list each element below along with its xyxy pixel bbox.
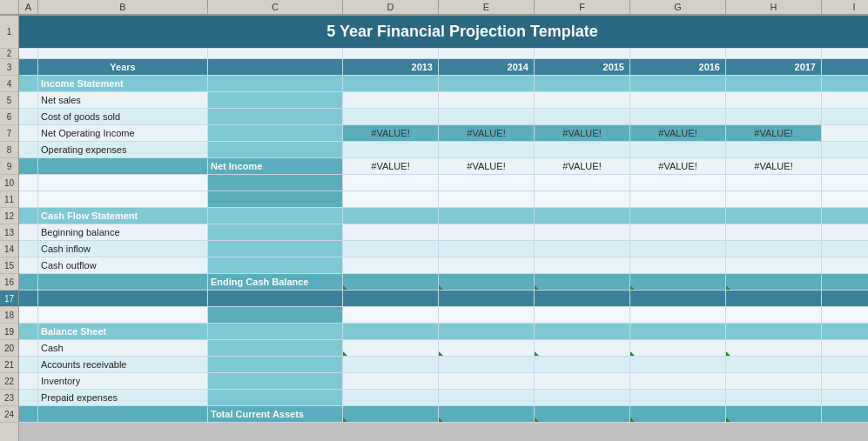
r9-g[interactable]: #VALUE! xyxy=(630,158,726,174)
r10-d[interactable] xyxy=(343,175,439,190)
r24-i[interactable] xyxy=(822,406,868,422)
r13-g[interactable] xyxy=(630,224,726,240)
r7-d[interactable]: #VALUE! xyxy=(343,125,439,141)
r10-f[interactable] xyxy=(535,175,630,190)
r24-d[interactable] xyxy=(343,406,439,422)
r10-h[interactable] xyxy=(726,175,822,190)
r22-i[interactable] xyxy=(822,373,868,389)
r9-f[interactable]: #VALUE! xyxy=(535,158,630,174)
r11-b[interactable] xyxy=(38,191,208,207)
r15-h[interactable] xyxy=(726,257,822,273)
r16-h[interactable] xyxy=(726,274,822,290)
r11-i[interactable] xyxy=(822,191,868,207)
r6-a[interactable] xyxy=(19,109,38,124)
r17-e[interactable] xyxy=(439,291,535,306)
r20-a[interactable] xyxy=(19,340,38,356)
r22-g[interactable] xyxy=(630,373,726,389)
r23-h[interactable] xyxy=(726,390,822,405)
r10-i[interactable] xyxy=(822,175,868,190)
r14-i[interactable] xyxy=(822,241,868,257)
r20-d[interactable] xyxy=(343,340,439,356)
r11-e[interactable] xyxy=(439,191,535,207)
r5-g[interactable] xyxy=(630,92,726,108)
r22-h[interactable] xyxy=(726,373,822,389)
r7-e[interactable]: #VALUE! xyxy=(439,125,535,141)
r17-h[interactable] xyxy=(726,291,822,306)
r15-a[interactable] xyxy=(19,257,38,273)
r7-g[interactable]: #VALUE! xyxy=(630,125,726,141)
r17-g[interactable] xyxy=(630,291,726,306)
r10-g[interactable] xyxy=(630,175,726,190)
r5-a[interactable] xyxy=(19,92,38,108)
r18-f[interactable] xyxy=(535,307,630,323)
r17-d[interactable] xyxy=(343,291,439,306)
r14-f[interactable] xyxy=(535,241,630,257)
r13-d[interactable] xyxy=(343,224,439,240)
r23-g[interactable] xyxy=(630,390,726,405)
r5-i[interactable] xyxy=(822,92,868,108)
r13-e[interactable] xyxy=(439,224,535,240)
r11-g[interactable] xyxy=(630,191,726,207)
r18-b[interactable] xyxy=(38,307,208,323)
r14-d[interactable] xyxy=(343,241,439,257)
r17-a[interactable] xyxy=(19,291,38,306)
r18-e[interactable] xyxy=(439,307,535,323)
r23-d[interactable] xyxy=(343,390,439,405)
r5-f[interactable] xyxy=(535,92,630,108)
r21-a[interactable] xyxy=(19,357,38,372)
r9-e[interactable]: #VALUE! xyxy=(439,158,535,174)
r17-b[interactable] xyxy=(38,291,208,306)
r14-h[interactable] xyxy=(726,241,822,257)
r9-i[interactable] xyxy=(822,158,868,174)
r22-d[interactable] xyxy=(343,373,439,389)
r17-f[interactable] xyxy=(535,291,630,306)
r6-e[interactable] xyxy=(439,109,535,124)
r18-h[interactable] xyxy=(726,307,822,323)
r14-g[interactable] xyxy=(630,241,726,257)
r23-i[interactable] xyxy=(822,390,868,405)
r21-h[interactable] xyxy=(726,357,822,372)
r11-f[interactable] xyxy=(535,191,630,207)
r16-i[interactable] xyxy=(822,274,868,290)
r17-i[interactable] xyxy=(822,291,868,306)
r8-e[interactable] xyxy=(439,142,535,157)
r20-h[interactable] xyxy=(726,340,822,356)
r20-i[interactable] xyxy=(822,340,868,356)
r5-h[interactable] xyxy=(726,92,822,108)
r11-h[interactable] xyxy=(726,191,822,207)
r21-i[interactable] xyxy=(822,357,868,372)
r13-a[interactable] xyxy=(19,224,38,240)
r15-f[interactable] xyxy=(535,257,630,273)
r15-e[interactable] xyxy=(439,257,535,273)
r16-d[interactable] xyxy=(343,274,439,290)
r21-d[interactable] xyxy=(343,357,439,372)
r8-i[interactable] xyxy=(822,142,868,157)
r8-h[interactable] xyxy=(726,142,822,157)
r5-d[interactable] xyxy=(343,92,439,108)
r6-h[interactable] xyxy=(726,109,822,124)
r24-e[interactable] xyxy=(439,406,535,422)
r21-f[interactable] xyxy=(535,357,630,372)
r16-g[interactable] xyxy=(630,274,726,290)
r23-e[interactable] xyxy=(439,390,535,405)
r22-e[interactable] xyxy=(439,373,535,389)
r14-e[interactable] xyxy=(439,241,535,257)
r23-f[interactable] xyxy=(535,390,630,405)
r6-f[interactable] xyxy=(535,109,630,124)
r5-e[interactable] xyxy=(439,92,535,108)
r9-d[interactable]: #VALUE! xyxy=(343,158,439,174)
r13-h[interactable] xyxy=(726,224,822,240)
r13-f[interactable] xyxy=(535,224,630,240)
r11-d[interactable] xyxy=(343,191,439,207)
r16-e[interactable] xyxy=(439,274,535,290)
r18-i[interactable] xyxy=(822,307,868,323)
r24-h[interactable] xyxy=(726,406,822,422)
r22-f[interactable] xyxy=(535,373,630,389)
r15-d[interactable] xyxy=(343,257,439,273)
r24-g[interactable] xyxy=(630,406,726,422)
r13-i[interactable] xyxy=(822,224,868,240)
r18-a[interactable] xyxy=(19,307,38,323)
r16-f[interactable] xyxy=(535,274,630,290)
r15-i[interactable] xyxy=(822,257,868,273)
r7-a[interactable] xyxy=(19,125,38,141)
